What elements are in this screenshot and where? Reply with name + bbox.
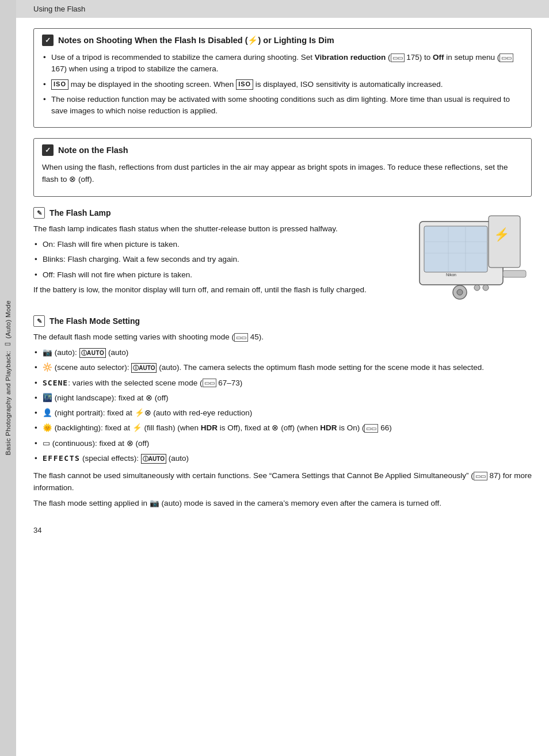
pencil-icon-2: ✎	[33, 315, 45, 327]
list-item: EFFECTS (special effects): ⓘAUTO (auto)	[33, 453, 532, 464]
list-item: ISO may be displayed in the shooting scr…	[42, 79, 523, 90]
flash-lamp-footer: If the battery is low, the monitor displ…	[33, 284, 399, 296]
flash-mode-title-text: The Flash Mode Setting	[49, 316, 140, 326]
header-bar: Using the Flash	[16, 0, 549, 18]
flash-lamp-list: On: Flash will fire when picture is take…	[33, 239, 399, 281]
section-notes-shooting: ✓ Notes on Shooting When the Flash Is Di…	[33, 28, 532, 128]
section-note-flash: ✓ Note on the Flash When using the flash…	[33, 138, 532, 197]
list-item: The noise reduction function may be acti…	[42, 94, 523, 117]
page-number: 34	[16, 520, 549, 540]
list-item: ▭ (continuous): fixed at ⊗ (off)	[33, 438, 532, 449]
list-item: 👤 (night portrait): fixed at ⚡⊗ (auto wi…	[33, 407, 532, 419]
flash-mode-intro: The default flash mode setting varies wi…	[33, 331, 532, 343]
svg-rect-1	[424, 226, 487, 272]
svg-rect-5	[503, 270, 526, 277]
list-item: Use of a tripod is recommended to stabil…	[42, 52, 523, 75]
list-item: 🌃 (night landscape): fixed at ⊗ (off)	[33, 392, 532, 404]
list-item: Off: Flash will not fire when picture is…	[33, 269, 399, 281]
pencil-icon: ✎	[33, 207, 45, 219]
note-icon-2: ✓	[42, 144, 54, 156]
svg-point-7	[457, 289, 463, 295]
list-item: On: Flash will fire when picture is take…	[33, 239, 399, 250]
flash-mode-footer1: The flash cannot be used simultaneously …	[33, 470, 532, 494]
list-item: 🔆 (scene auto selector): ⓘAUTO (auto). T…	[33, 362, 532, 373]
flash-mode-title: ✎ The Flash Mode Setting	[33, 315, 532, 327]
header-title: Using the Flash	[33, 5, 85, 13]
svg-point-9	[483, 285, 489, 291]
side-tab: Basic Photography and Playback: ▭ (Auto)…	[0, 0, 16, 756]
camera-diagram: Nikon ⚡	[411, 207, 532, 305]
notes-shooting-title-text: Notes on Shooting When the Flash Is Disa…	[58, 36, 334, 45]
svg-rect-3	[489, 216, 520, 268]
svg-text:Nikon: Nikon	[446, 273, 456, 277]
note-icon: ✓	[42, 35, 54, 46]
list-item: SCENE: varies with the selected scene mo…	[33, 377, 532, 389]
flash-lamp-title: ✎ The Flash Lamp	[33, 207, 399, 219]
flash-mode-footer2: The flash mode setting applied in 📷 (aut…	[33, 498, 532, 510]
flash-lamp-intro: The flash lamp indicates flash status wh…	[33, 223, 399, 235]
flash-lamp-title-text: The Flash Lamp	[49, 208, 111, 217]
svg-text:⚡: ⚡	[494, 227, 510, 242]
note-flash-title-text: Note on the Flash	[58, 146, 128, 155]
notes-shooting-list: Use of a tripod is recommended to stabil…	[42, 52, 523, 117]
list-item: 📷 (auto): ⓘAUTO (auto)	[33, 347, 532, 358]
section-flash-mode: ✎ The Flash Mode Setting The default fla…	[33, 315, 532, 510]
section-flash-lamp: ✎ The Flash Lamp The flash lamp indicate…	[33, 207, 532, 305]
svg-point-8	[474, 285, 480, 291]
notes-shooting-title: ✓ Notes on Shooting When the Flash Is Di…	[42, 35, 523, 46]
note-flash-body: When using the flash, reflections from d…	[42, 162, 523, 186]
side-tab-label: Basic Photography and Playback: ▭ (Auto)…	[4, 300, 12, 455]
note-flash-title: ✓ Note on the Flash	[42, 144, 523, 156]
list-item: 🌞 (backlighting): fixed at ⚡ (fill flash…	[33, 422, 532, 434]
list-item: Blinks: Flash charging. Wait a few secon…	[33, 254, 399, 265]
flash-mode-list: 📷 (auto): ⓘAUTO (auto) 🔆 (scene auto sel…	[33, 347, 532, 464]
